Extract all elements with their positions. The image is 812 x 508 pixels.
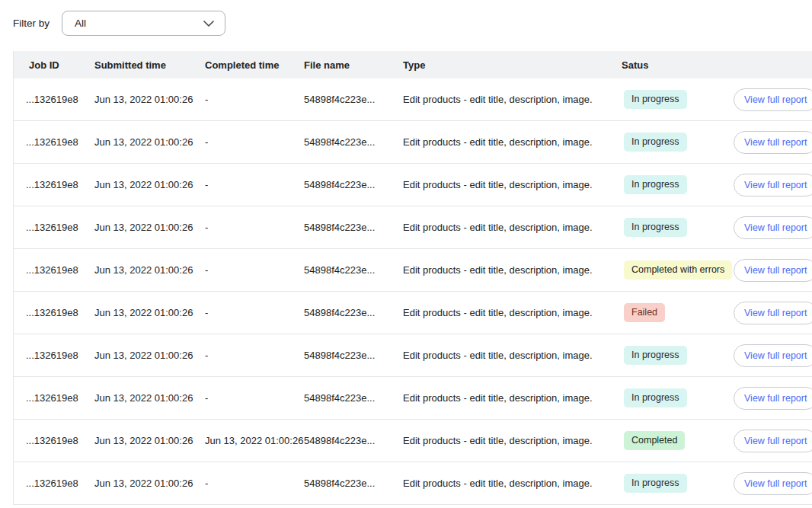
job-id-cell: ...132619e8 <box>14 264 94 276</box>
table-row: ...132619e8 Jun 13, 2022 01:00:26 Jun 13… <box>14 420 812 462</box>
status-badge: Completed with errors <box>624 260 732 280</box>
header-type: Type <box>403 59 622 71</box>
action-cell: View full report <box>732 174 812 196</box>
jobs-table: Job ID Submitted time Completed time Fil… <box>13 51 812 505</box>
status-badge: In progress <box>624 133 687 152</box>
completed-time-cell: - <box>205 392 304 404</box>
view-full-report-button[interactable]: View full report <box>734 344 812 367</box>
status-cell: In progress <box>622 175 732 194</box>
submitted-time-cell: Jun 13, 2022 01:00:26 <box>94 94 205 105</box>
header-file-name: File name <box>304 59 403 71</box>
completed-time-cell: - <box>205 136 304 148</box>
status-cell: In progress <box>622 90 732 109</box>
bulk-jobs-page: Filter by All Job ID Submitted time Comp… <box>0 0 812 505</box>
view-full-report-button[interactable]: View full report <box>734 472 812 495</box>
job-id-cell: ...132619e8 <box>14 392 94 404</box>
job-id-cell: ...132619e8 <box>14 350 94 361</box>
file-name-cell: 54898f4c223e... <box>304 350 403 361</box>
job-id-cell: ...132619e8 <box>14 136 94 148</box>
type-cell: Edit products - edit title, description,… <box>403 435 622 446</box>
submitted-time-cell: Jun 13, 2022 01:00:26 <box>94 264 205 276</box>
job-id-cell: ...132619e8 <box>14 478 94 489</box>
status-badge: In progress <box>624 474 687 493</box>
type-cell: Edit products - edit title, description,… <box>403 478 622 489</box>
header-completed-time: Completed time <box>205 59 304 71</box>
type-cell: Edit products - edit title, description,… <box>403 264 622 276</box>
submitted-time-cell: Jun 13, 2022 01:00:26 <box>94 136 205 148</box>
status-cell: Completed with errors <box>622 260 732 280</box>
status-badge: In progress <box>624 346 687 365</box>
table-header-row: Job ID Submitted time Completed time Fil… <box>14 51 812 78</box>
status-badge: Failed <box>624 303 665 322</box>
action-cell: View full report <box>732 302 812 324</box>
status-cell: Completed <box>622 431 732 450</box>
job-id-cell: ...132619e8 <box>14 94 94 105</box>
file-name-cell: 54898f4c223e... <box>304 478 403 489</box>
table-row: ...132619e8 Jun 13, 2022 01:00:26 - 5489… <box>14 249 812 292</box>
action-cell: View full report <box>732 131 812 154</box>
completed-time-cell: - <box>205 179 304 190</box>
completed-time-cell: - <box>205 478 304 489</box>
submitted-time-cell: Jun 13, 2022 01:00:26 <box>94 222 205 233</box>
action-cell: View full report <box>732 387 812 410</box>
file-name-cell: 54898f4c223e... <box>304 222 403 233</box>
job-id-cell: ...132619e8 <box>14 179 94 190</box>
submitted-time-cell: Jun 13, 2022 01:00:26 <box>94 392 205 404</box>
completed-time-cell: - <box>205 350 304 361</box>
submitted-time-cell: Jun 13, 2022 01:00:26 <box>94 350 205 361</box>
status-badge: In progress <box>624 218 687 237</box>
action-cell: View full report <box>732 216 812 239</box>
type-cell: Edit products - edit title, description,… <box>403 136 622 148</box>
file-name-cell: 54898f4c223e... <box>304 392 403 404</box>
type-cell: Edit products - edit title, description,… <box>403 179 622 190</box>
table-body: ...132619e8 Jun 13, 2022 01:00:26 - 5489… <box>14 78 812 505</box>
status-badge: In progress <box>624 388 687 407</box>
filter-bar: Filter by All <box>0 0 812 36</box>
submitted-time-cell: Jun 13, 2022 01:00:26 <box>94 179 205 190</box>
status-cell: Failed <box>622 303 732 322</box>
table-row: ...132619e8 Jun 13, 2022 01:00:26 - 5489… <box>14 121 812 164</box>
type-cell: Edit products - edit title, description,… <box>403 307 622 318</box>
status-badge: Completed <box>624 431 685 450</box>
view-full-report-button[interactable]: View full report <box>734 216 812 239</box>
view-full-report-button[interactable]: View full report <box>734 131 812 154</box>
completed-time-cell: Jun 13, 2022 01:00:26 <box>205 435 304 446</box>
completed-time-cell: - <box>205 264 304 276</box>
status-cell: In progress <box>622 346 732 365</box>
view-full-report-button[interactable]: View full report <box>734 302 812 324</box>
status-badge: In progress <box>624 175 687 194</box>
job-id-cell: ...132619e8 <box>14 307 94 318</box>
submitted-time-cell: Jun 13, 2022 01:00:26 <box>94 435 205 446</box>
view-full-report-button[interactable]: View full report <box>734 174 812 196</box>
view-full-report-button[interactable]: View full report <box>734 259 812 282</box>
job-id-cell: ...132619e8 <box>14 222 94 233</box>
action-cell: View full report <box>732 88 812 111</box>
view-full-report-button[interactable]: View full report <box>734 88 812 111</box>
chevron-down-icon <box>203 21 214 27</box>
header-job-id: Job ID <box>14 59 94 71</box>
status-cell: In progress <box>622 388 732 407</box>
completed-time-cell: - <box>205 94 304 105</box>
filter-dropdown[interactable]: All <box>62 11 225 36</box>
completed-time-cell: - <box>205 307 304 318</box>
file-name-cell: 54898f4c223e... <box>304 179 403 190</box>
action-cell: View full report <box>732 430 812 452</box>
table-row: ...132619e8 Jun 13, 2022 01:00:26 - 5489… <box>14 377 812 420</box>
submitted-time-cell: Jun 13, 2022 01:00:26 <box>94 307 205 318</box>
view-full-report-button[interactable]: View full report <box>734 387 812 410</box>
view-full-report-button[interactable]: View full report <box>734 430 812 452</box>
table-row: ...132619e8 Jun 13, 2022 01:00:26 - 5489… <box>14 334 812 377</box>
table-row: ...132619e8 Jun 13, 2022 01:00:26 - 5489… <box>14 462 812 505</box>
file-name-cell: 54898f4c223e... <box>304 435 403 446</box>
status-cell: In progress <box>622 218 732 237</box>
action-cell: View full report <box>732 344 812 367</box>
file-name-cell: 54898f4c223e... <box>304 307 403 318</box>
filter-selected-value: All <box>75 18 86 29</box>
job-id-cell: ...132619e8 <box>14 435 94 446</box>
file-name-cell: 54898f4c223e... <box>304 94 403 105</box>
submitted-time-cell: Jun 13, 2022 01:00:26 <box>94 478 205 489</box>
action-cell: View full report <box>732 259 812 282</box>
status-badge: In progress <box>624 90 687 109</box>
table-row: ...132619e8 Jun 13, 2022 01:00:26 - 5489… <box>14 292 812 334</box>
type-cell: Edit products - edit title, description,… <box>403 392 622 404</box>
